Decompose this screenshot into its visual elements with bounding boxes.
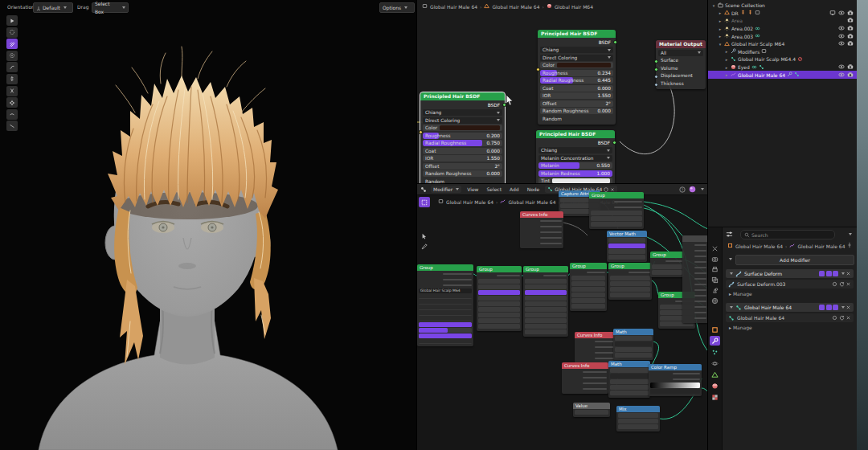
breadcrumb-item[interactable]: Global Hair Male 64 [508,199,555,205]
extras-icon[interactable] [841,272,845,275]
node-socket[interactable] [654,83,658,87]
geo-node-row[interactable] [576,350,618,355]
param-random-roughness[interactable]: Random Roughness0.000 [423,170,502,177]
principled-hair-bsdf-node[interactable]: Principled Hair BSDFBSDFChiangMelanin Co… [536,130,615,183]
snake-hook-tool[interactable] [6,62,18,72]
geo-node-row[interactable] [610,270,650,275]
geo-node-row[interactable] [684,276,706,281]
geo-node-row[interactable] [684,299,706,304]
material-output-node[interactable]: Material OutputAllSurfaceVolumeDisplacem… [656,40,706,89]
expander-icon[interactable]: ▸ [724,57,729,62]
eye-toggle-icon[interactable] [838,33,845,40]
geo-node-row[interactable] [615,353,652,358]
geo-node-row[interactable] [478,324,520,329]
geo-node-row[interactable] [615,336,652,341]
geo-node-row[interactable] [563,375,607,380]
geo-node-row[interactable] [478,279,520,284]
breadcrumb-item[interactable]: Global Hair Male 64 [735,243,783,249]
modifier-datablock[interactable]: Surface Deform.003 [726,280,854,288]
geo-node-row[interactable] [652,259,682,264]
render-toggle[interactable] [833,271,838,276]
outliner-row[interactable]: ▸Global Hair Scalp M64.4 [708,55,857,63]
geo-node-row[interactable] [525,290,567,295]
modifier-datablock[interactable]: Global Hair Male 64 [726,313,854,322]
comb-tool[interactable] [6,39,18,49]
geo-node-row[interactable] [684,243,706,248]
geo-node[interactable]: Value [573,403,610,417]
geo-node-row[interactable] [608,243,645,248]
breadcrumb-item[interactable]: Global Hair Male 64 [492,4,539,10]
geo-node-row[interactable] [610,281,650,286]
geo-node-row[interactable] [478,318,520,323]
geo-node-row[interactable] [419,311,472,316]
properties-editor[interactable]: Search Global Hair Male 64›Global Hair M… [707,227,857,450]
shader-editor[interactable]: Global Hair Male 64›Global Hair Male 64›… [416,0,707,183]
geo-node-row[interactable] [478,284,520,289]
geo-node-row[interactable] [610,276,650,280]
realtime-toggle[interactable] [826,305,832,310]
outliner-row[interactable]: ▸Area.003 [708,32,857,40]
outliner-row[interactable]: ▸DR [708,10,857,18]
geo-node-row[interactable] [525,307,567,312]
geo-node-row[interactable] [478,273,520,278]
geo-node-row[interactable] [571,270,605,275]
geo-node-row[interactable] [571,287,605,292]
outliner-row[interactable]: ▾Global Hair Scalp M64 [708,40,857,48]
geo-node-row[interactable] [652,270,682,275]
geo-node-row[interactable] [571,304,605,309]
geo-node[interactable]: Group [589,192,644,229]
geo-node[interactable]: GroupGlobal Hair Scalp M64 [417,264,473,346]
geo-node-row[interactable] [684,293,706,298]
properties-tab-physics[interactable] [710,358,720,368]
geo-node-row[interactable] [522,224,562,229]
help-icon[interactable]: ? [679,186,686,193]
shield-icon[interactable] [604,187,608,192]
geo-node-row[interactable] [525,324,567,329]
expand-icon[interactable] [730,272,733,275]
pinch-tool[interactable] [6,86,18,96]
geo-node-row[interactable] [522,241,562,246]
geo-node-row[interactable] [591,205,642,210]
geo-node-row[interactable] [576,345,618,350]
node-socket[interactable] [654,68,658,72]
geo-node-row[interactable] [525,273,567,278]
geo-node-row[interactable] [419,300,472,305]
geo-node-row[interactable] [610,374,649,378]
geo-node-row[interactable] [478,301,520,306]
geo-node-row[interactable] [684,310,706,315]
geo-node-row[interactable] [610,292,650,297]
extras-icon[interactable] [841,306,845,309]
geo-node-row[interactable] [608,255,645,260]
properties-breadcrumb[interactable]: Global Hair Male 64›Global Hair Male 64 [727,243,845,249]
geo-node-row[interactable] [652,264,682,269]
geo-node-row[interactable] [563,370,607,374]
breadcrumb-item[interactable]: Global Hair M64 [555,4,593,10]
geo-node-row[interactable] [615,347,652,352]
geo-node-row[interactable] [478,313,520,317]
modifier-header[interactable]: Global Hair Male 64 [726,303,854,312]
expander-icon[interactable]: ▸ [718,34,723,39]
geo-node[interactable]: Color Ramp [649,364,702,396]
param-offset[interactable]: Offset2° [540,100,613,107]
search-input[interactable]: Search [740,230,835,239]
geo-node-row[interactable] [575,410,608,415]
geo-node-row[interactable] [419,339,472,344]
properties-tab-object[interactable] [710,325,720,334]
add-modifier-button[interactable]: Add Modifier [735,255,854,265]
unlink-icon[interactable] [610,187,615,192]
color-ramp-controls[interactable] [650,389,700,394]
geo-node-row[interactable] [684,260,706,264]
geo-node-row[interactable] [610,379,649,384]
expander-icon[interactable]: ▾ [711,3,716,8]
render-toggle[interactable] [833,305,838,310]
geo-node-row[interactable] [571,298,605,303]
geo-node[interactable]: Math [608,361,650,398]
menu-select[interactable]: Select [485,186,504,192]
geo-node-row[interactable] [478,307,520,312]
properties-tab-render[interactable] [710,254,720,264]
puff-tool[interactable] [6,97,18,108]
geo-node[interactable]: Curves Info [562,362,608,394]
properties-tab-output[interactable] [710,264,720,274]
geo-node-row[interactable] [419,317,472,321]
geo-node[interactable]: Group [523,266,568,337]
